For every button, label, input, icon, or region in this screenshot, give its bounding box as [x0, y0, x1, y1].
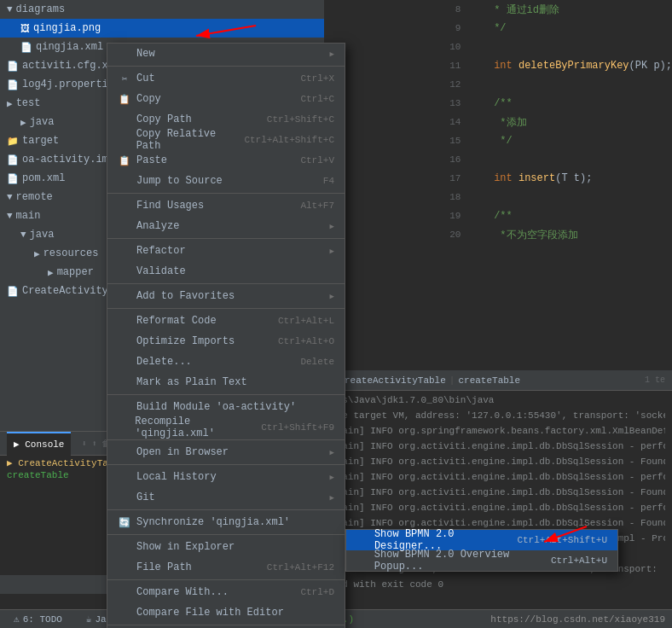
menu-item-compare-file-editor[interactable]: Compare File with Editor: [107, 602, 345, 623]
menu-item-copy[interactable]: 📋Copy Ctrl+C: [107, 89, 345, 109]
menu-item-open-browser[interactable]: Open in Browser: [107, 442, 345, 462]
tree-item-label: diagrams: [16, 3, 66, 15]
todo-icon: ⚠: [14, 613, 20, 625]
menu-item-jump-to-source[interactable]: Jump to Source F4: [107, 171, 345, 191]
console-line: hed with exit code 0: [331, 577, 665, 592]
editor-line-9: 9 */: [437, 19, 672, 38]
folder-icon: 📁: [7, 136, 19, 147]
line-number: 13: [443, 98, 469, 108]
menu-separator: [107, 193, 345, 194]
editor-line-12: 12: [437, 75, 672, 94]
menu-item-refactor[interactable]: Refactor: [107, 241, 345, 261]
console-line: [main] INFO org.activiti.engine.impl.db.…: [331, 439, 665, 454]
menu-separator: [107, 283, 345, 284]
menu-item-file-path[interactable]: File Path Ctrl+Alt+F12: [107, 557, 345, 578]
tree-item-label: target: [22, 135, 59, 147]
folder-icon: ▶: [20, 117, 26, 128]
menu-separator: [107, 534, 345, 535]
menu-item-optimize-imports[interactable]: Optimize Imports Ctrl+Alt+O: [107, 331, 345, 352]
console-line: [main] INFO org.activiti.engine.impl.db.…: [331, 454, 665, 469]
context-menu: New ✂Cut Ctrl+X 📋Copy Ctrl+C Copy Path C…: [107, 43, 345, 628]
java-icon: ☕: [86, 613, 92, 625]
status-tab-todo[interactable]: ⚠ 6: TODO: [7, 610, 69, 629]
menu-item-recompile[interactable]: Recompile 'qingjia.xml' Ctrl+Shift+F9: [107, 417, 345, 438]
tree-item-label: oa-activity.iml: [22, 154, 114, 166]
menu-separator: [107, 238, 345, 239]
line-number: 18: [443, 192, 469, 202]
menu-item-delete[interactable]: Delete... Delete: [107, 352, 345, 372]
menu-item-synchronize[interactable]: 🔄Synchronize 'qingjia.xml': [107, 512, 345, 532]
cut-icon: ✂: [118, 73, 131, 84]
tree-item-qingjia-png[interactable]: 🖼 qingjia.png: [0, 19, 324, 38]
menu-item-compare-with[interactable]: Compare With... Ctrl+D: [107, 582, 345, 602]
line-number: 16: [443, 154, 469, 165]
menu-item-build-module[interactable]: Build Module 'oa-activity': [107, 397, 345, 417]
line-number: 20: [443, 230, 469, 240]
menu-item-new[interactable]: New: [107, 44, 345, 64]
menu-item-local-history[interactable]: Local History: [107, 467, 345, 487]
folder-icon: ▶: [7, 98, 13, 109]
menu-item-reformat[interactable]: Reformat Code Ctrl+Alt+L: [107, 311, 345, 331]
file-icon: 📄: [7, 173, 19, 184]
editor-line-14: 14 *添加: [437, 113, 672, 131]
folder-icon: ▶: [34, 248, 40, 259]
menu-separator: [107, 464, 345, 465]
todo-label: 6: TODO: [23, 614, 62, 625]
line-content: *不为空字段添加: [469, 228, 577, 242]
line-number: 15: [443, 136, 469, 146]
line-number: 14: [443, 117, 469, 127]
tree-item-label: main: [16, 210, 41, 222]
file-icon: 🖼: [20, 23, 30, 34]
file-icon: 📄: [7, 79, 19, 90]
menu-separator: [107, 394, 345, 395]
console-line: [main] INFO org.activiti.engine.impl.db.…: [331, 500, 665, 515]
menu-item-paste[interactable]: 📋Paste Ctrl+V: [107, 150, 345, 171]
menu-separator: [107, 509, 345, 510]
menu-item-show-in-explorer[interactable]: Show in Explorer: [107, 537, 345, 557]
tree-item-label: java: [30, 116, 55, 128]
console-line: les\Java\jdk1.7.0_80\bin\java: [331, 392, 665, 408]
editor-line-16: 16: [437, 150, 672, 169]
menu-item-git[interactable]: Git: [107, 487, 345, 508]
submenu-diagrams: Show BPMN 2.0 Designer... Ctrl+Alt+Shift…: [345, 529, 618, 572]
line-content: int deleteByPrimaryKey(PK p);: [469, 60, 672, 72]
editor-line-11: 11 int deleteByPrimaryKey(PK p);: [437, 56, 672, 75]
copy-icon: 📋: [118, 94, 131, 105]
sync-icon: 🔄: [118, 517, 131, 528]
editor-line-20: 20 *不为空字段添加: [437, 225, 672, 244]
console-tab-run[interactable]: ▶ Console: [7, 432, 71, 456]
file-icon: 📄: [20, 42, 32, 53]
line-number: 17: [443, 173, 469, 183]
submenu-item-bpmn-designer[interactable]: Show BPMN 2.0 Designer... Ctrl+Alt+Shift…: [346, 530, 617, 550]
file-icon: 📄: [7, 154, 19, 166]
menu-item-cut[interactable]: ✂Cut Ctrl+X: [107, 68, 345, 89]
editor-line-8: 8 * 通过id删除: [437, 0, 672, 19]
line-content: */: [469, 22, 506, 34]
menu-item-validate[interactable]: Validate: [107, 261, 345, 282]
menu-separator: [107, 439, 345, 440]
line-content: int insert(T t);: [469, 172, 592, 184]
line-number: 9: [443, 23, 469, 33]
tree-item-label: test: [16, 97, 41, 109]
tree-item-diagrams[interactable]: ▼ diagrams: [0, 0, 324, 19]
line-content: */: [469, 135, 512, 147]
line-number: 8: [443, 4, 469, 15]
menu-item-analyze[interactable]: Analyze: [107, 216, 345, 236]
menu-item-add-favorites[interactable]: Add to Favorites: [107, 286, 345, 306]
menu-item-mark-plain-text[interactable]: Mark as Plain Text: [107, 372, 345, 392]
editor-line-17: 17 int insert(T t);: [437, 169, 672, 188]
run-config-label: CreateActivityTable: [339, 375, 445, 386]
tree-item-label: qingjia.png: [33, 22, 101, 34]
console-line: [main] INFO org.activiti.engine.impl.db.…: [331, 469, 665, 485]
menu-item-copy-relative-path[interactable]: Copy Relative Path Ctrl+Alt+Shift+C: [107, 130, 345, 150]
console-line: the target VM, address: '127.0.0.1:55430…: [331, 408, 665, 423]
line-number: 12: [443, 79, 469, 90]
menu-item-find-usages[interactable]: Find Usages Alt+F7: [107, 195, 345, 216]
file-icon: 📄: [7, 286, 19, 297]
submenu-item-bpmn-overview[interactable]: Show BPMN 2.0 Overview Popup... Ctrl+Alt…: [346, 550, 617, 571]
tree-item-label: activiti.cfg.xml: [22, 60, 120, 72]
tree-item-label: mapper: [57, 266, 94, 278]
line-content: /**: [469, 210, 512, 222]
menu-item-copy-path[interactable]: Copy Path Ctrl+Shift+C: [107, 109, 345, 130]
menu-separator: [107, 579, 345, 580]
